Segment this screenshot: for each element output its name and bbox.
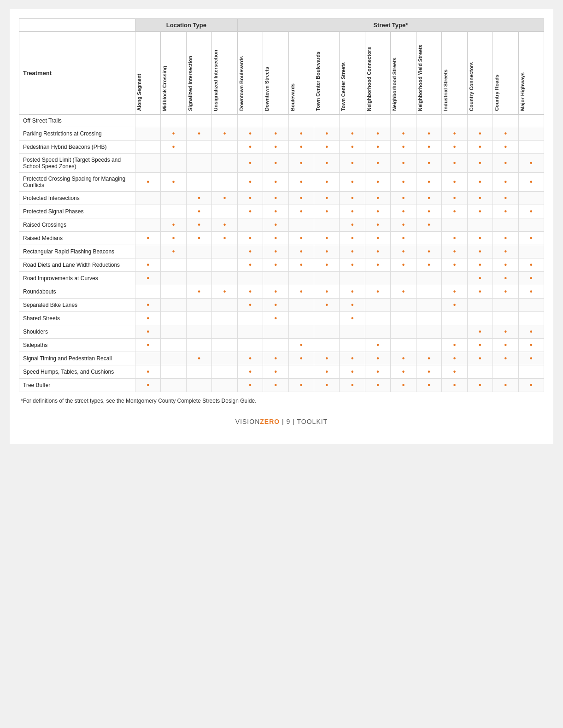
cell-r17-c1 bbox=[161, 352, 186, 365]
cell-r11-c0: • bbox=[135, 272, 160, 285]
dot-icon: • bbox=[325, 143, 328, 151]
dot-icon: • bbox=[504, 274, 507, 282]
group-header-row: Location Type Street Type* bbox=[19, 19, 544, 32]
dot-icon: • bbox=[504, 381, 507, 389]
cell-r9-c5: • bbox=[263, 245, 288, 258]
cell-r16-c8 bbox=[340, 339, 365, 352]
col-country-connectors: Country Connectors bbox=[467, 32, 493, 115]
dot-icon: • bbox=[504, 288, 507, 295]
row-label-1: Parking Restrictions at Crossing bbox=[19, 127, 135, 141]
col-neighborhood-yield-streets: Neighborhood Yield Streets bbox=[416, 32, 441, 115]
cell-r11-c7 bbox=[314, 272, 340, 285]
cell-r1-c14: • bbox=[493, 127, 518, 141]
dot-icon: • bbox=[428, 381, 430, 389]
dot-icon: • bbox=[376, 207, 379, 215]
dot-icon: • bbox=[376, 143, 379, 151]
dot-icon: • bbox=[453, 368, 456, 376]
dot-icon: • bbox=[453, 301, 456, 309]
cell-r19-c2 bbox=[186, 379, 211, 392]
dot-icon: • bbox=[172, 129, 175, 137]
cell-r14-c3 bbox=[212, 312, 237, 325]
cell-r2-c2 bbox=[186, 141, 211, 154]
dot-icon: • bbox=[172, 143, 175, 151]
cell-r10-c1 bbox=[161, 258, 186, 272]
cell-r9-c11: • bbox=[416, 245, 441, 258]
row-label-8: Raised Medians bbox=[19, 232, 135, 245]
dot-icon: • bbox=[249, 368, 252, 376]
cell-r14-c0: • bbox=[135, 312, 160, 325]
row-label-4: Protected Crossing Spacing for Managing … bbox=[19, 173, 135, 192]
dot-icon: • bbox=[275, 234, 277, 242]
cell-r6-c0 bbox=[135, 205, 160, 218]
row-label-18: Speed Humps, Tables, and Cushions bbox=[19, 365, 135, 379]
footer-bar: VISIONZERO | 9 | TOOLKIT bbox=[19, 418, 544, 425]
dot-icon: • bbox=[453, 178, 456, 186]
cell-r16-c0: • bbox=[135, 339, 160, 352]
dot-icon: • bbox=[325, 234, 328, 242]
dot-icon: • bbox=[351, 207, 354, 215]
footnote: *For definitions of the street types, se… bbox=[19, 398, 544, 404]
cell-r3-c2 bbox=[186, 154, 211, 173]
dot-icon: • bbox=[223, 194, 226, 202]
cell-r15-c15: • bbox=[518, 325, 544, 339]
dot-icon: • bbox=[479, 381, 481, 389]
cell-r7-c11: • bbox=[416, 218, 441, 232]
table-row: Signal Timing and Pedestrian Recall•••••… bbox=[19, 352, 544, 365]
cell-r14-c6 bbox=[288, 312, 314, 325]
page-container: Location Type Street Type* Treatment Alo… bbox=[10, 9, 553, 444]
dot-icon: • bbox=[198, 354, 200, 362]
cell-r12-c11 bbox=[416, 285, 441, 299]
cell-r15-c14: • bbox=[493, 325, 518, 339]
dot-icon: • bbox=[428, 159, 430, 167]
cell-r19-c11: • bbox=[416, 379, 441, 392]
cell-r13-c1 bbox=[161, 299, 186, 312]
dot-icon: • bbox=[453, 341, 456, 349]
dot-icon: • bbox=[453, 354, 456, 362]
cell-r3-c15: • bbox=[518, 154, 544, 173]
dot-icon: • bbox=[428, 207, 430, 215]
cell-r17-c6: • bbox=[288, 352, 314, 365]
cell-r12-c7: • bbox=[314, 285, 340, 299]
dot-icon: • bbox=[453, 194, 456, 202]
dot-icon: • bbox=[376, 247, 379, 255]
cell-r14-c14 bbox=[493, 312, 518, 325]
dot-icon: • bbox=[300, 194, 303, 202]
cell-r1-c1: • bbox=[161, 127, 186, 141]
col-neighborhood-streets-label: Neighborhood Streets bbox=[392, 58, 397, 111]
cell-r5-c4: • bbox=[237, 192, 263, 205]
dot-icon: • bbox=[351, 159, 354, 167]
cell-r10-c9: • bbox=[365, 258, 390, 272]
cell-r3-c3 bbox=[212, 154, 237, 173]
table-row: Shoulders•••• bbox=[19, 325, 544, 339]
cell-r12-c2: • bbox=[186, 285, 211, 299]
dot-icon: • bbox=[504, 159, 507, 167]
cell-r9-c15 bbox=[518, 245, 544, 258]
dot-icon: • bbox=[530, 328, 533, 335]
dot-icon: • bbox=[351, 354, 354, 362]
dot-icon: • bbox=[325, 129, 328, 137]
cell-r4-c8: • bbox=[340, 173, 365, 192]
dot-icon: • bbox=[402, 143, 405, 151]
cell-r4-c14: • bbox=[493, 173, 518, 192]
cell-r11-c14: • bbox=[493, 272, 518, 285]
col-town-center-boulevards: Town Center Boulevards bbox=[314, 32, 340, 115]
cell-r5-c13: • bbox=[467, 192, 493, 205]
cell-r0-c13 bbox=[467, 115, 493, 127]
dot-icon: • bbox=[249, 129, 252, 137]
row-label-11: Road Improvements at Curves bbox=[19, 272, 135, 285]
cell-r17-c7: • bbox=[314, 352, 340, 365]
col-neighborhood-connectors: Neighborhood Connectors bbox=[365, 32, 390, 115]
cell-r10-c12: • bbox=[442, 258, 467, 272]
dot-icon: • bbox=[376, 178, 379, 186]
dot-icon: • bbox=[530, 354, 533, 362]
cell-r11-c9 bbox=[365, 272, 390, 285]
cell-r4-c12: • bbox=[442, 173, 467, 192]
cell-r5-c15 bbox=[518, 192, 544, 205]
table-row: Protected Signal Phases••••••••••••• bbox=[19, 205, 544, 218]
col-town-center-boulevards-label: Town Center Boulevards bbox=[315, 52, 321, 111]
dot-icon: • bbox=[300, 288, 303, 295]
cell-r6-c11: • bbox=[416, 205, 441, 218]
cell-r6-c15: • bbox=[518, 205, 544, 218]
dot-icon: • bbox=[147, 261, 149, 269]
cell-r8-c1: • bbox=[161, 232, 186, 245]
